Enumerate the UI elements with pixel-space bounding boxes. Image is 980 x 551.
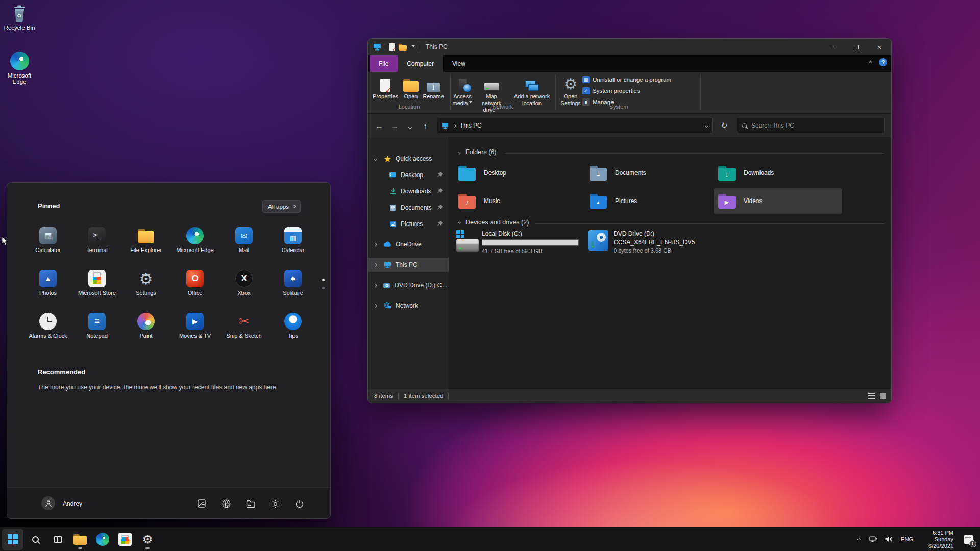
system-properties-icon: ✓ [582,87,590,94]
desktop-icon-edge[interactable]: Microsoft Edge [0,51,39,85]
large-icons-view-button[interactable] [880,393,886,399]
app-tile-settings[interactable]: ⚙Settings [121,265,170,308]
clock[interactable]: 6:31 PM Sunday 6/20/2021 [918,530,957,549]
help-icon[interactable]: ? [879,58,887,66]
network-shortcut-icon[interactable] [219,496,233,511]
taskbar-file-explorer[interactable] [69,529,91,550]
folder-tile-desktop[interactable]: Desktop [454,160,582,186]
app-tile-solitaire[interactable]: ♠Solitaire [268,265,317,308]
user-profile-button[interactable]: Andrey [41,496,82,510]
collapse-ribbon-icon[interactable] [869,60,872,64]
expand-icon[interactable] [374,157,377,160]
sidebar-item-this-pc[interactable]: This PC [368,258,449,272]
breadcrumb[interactable]: This PC [460,122,482,129]
app-tile-terminal[interactable]: >_Terminal [72,222,121,265]
tab-view[interactable]: View [443,55,475,72]
folder-tile-pictures[interactable]: ▲ Pictures [585,188,713,214]
up-button[interactable]: ↑ [418,121,433,130]
ribbon-open-settings-button[interactable]: ⚙ Open Settings [557,76,584,107]
expand-icon[interactable] [374,304,377,307]
folder-tile-videos-selected[interactable]: ▶ Videos [714,188,842,214]
app-tile-tips[interactable]: Tips [268,308,317,351]
app-tile-file-explorer[interactable]: File Explorer [121,222,170,265]
app-tile-office[interactable]: OOffice [170,265,219,308]
folder-tile-downloads[interactable]: ↓ Downloads [714,160,842,186]
settings-gear-icon[interactable] [268,496,282,511]
all-apps-button[interactable]: All apps [262,200,301,213]
app-tile-photos[interactable]: ▲Photos [23,265,72,308]
app-tile-alarms-clock[interactable]: Alarms & Clock [23,308,72,351]
ribbon-rename-button[interactable]: I Rename [421,76,446,100]
expand-icon[interactable] [374,283,377,287]
pictures-shortcut-icon[interactable] [194,496,209,511]
tab-file[interactable]: File [370,55,398,72]
app-tile-movies-tv[interactable]: ▶Movies & TV [170,308,219,351]
app-tile-edge[interactable]: Microsoft Edge [170,222,219,265]
sidebar-item-onedrive[interactable]: OneDrive [368,237,449,252]
drive-tile-local-disk[interactable]: Local Disk (C:) 41.7 GB free of 59.3 GB [455,230,588,254]
expand-icon[interactable] [374,263,377,266]
taskbar-store[interactable] [114,529,136,550]
grid-pagination-dots[interactable] [322,279,325,289]
expand-icon[interactable] [374,242,377,246]
folders-section-header[interactable]: Folders (6) [458,148,496,156]
folder-tile-music[interactable]: ♪ Music [454,188,582,214]
language-indicator[interactable]: ENG [896,536,918,542]
sidebar-item-downloads[interactable]: Downloads [368,184,449,198]
properties-quick-icon[interactable] [389,43,395,51]
refresh-button[interactable]: ↻ [717,118,732,133]
close-button[interactable]: × [868,39,891,55]
sidebar-item-desktop[interactable]: Desktop [368,168,449,182]
recent-locations-icon[interactable] [402,121,418,130]
ribbon-uninstall-button[interactable]: ▦ Uninstall or change a program [582,74,697,85]
qat-dropdown-icon[interactable] [412,45,415,49]
collapse-section-icon[interactable] [458,220,461,224]
folder-tile-documents[interactable]: ≡ Documents [585,160,713,186]
tab-computer[interactable]: Computer [398,55,443,72]
sidebar-item-documents[interactable]: Documents [368,201,449,215]
ribbon-properties-button[interactable]: Properties [372,76,399,100]
taskbar-edge[interactable] [92,529,113,550]
search-box[interactable]: Search This PC [737,118,885,133]
maximize-button[interactable] [844,39,868,55]
drive-tile-dvd[interactable]: DVD Drive (D:) CCSA_X64FRE_EN-US_DV5 0 b… [588,230,721,254]
notification-center-button[interactable]: 1 [957,535,980,544]
task-view-button[interactable] [47,529,68,550]
back-button[interactable]: ← [372,121,387,130]
app-tile-mail[interactable]: ✉Mail [219,222,268,265]
power-icon[interactable] [292,496,307,511]
app-tile-calculator[interactable]: ▦Calculator [23,222,72,265]
forward-button[interactable]: → [387,121,402,130]
ribbon-access-media-button[interactable]: Access media [449,76,476,107]
address-bar[interactable]: This PC [437,118,713,133]
title-bar[interactable]: This PC × [368,39,891,55]
app-tile-store[interactable]: Microsoft Store [72,265,121,308]
sidebar-item-quick-access[interactable]: Quick access [368,152,449,166]
taskbar-settings[interactable]: ⚙ [137,529,158,550]
start-button[interactable] [2,529,23,550]
ribbon-add-network-location-button[interactable]: Add a network location [512,76,551,107]
network-tray-icon[interactable] [866,536,881,543]
ribbon-open-button[interactable]: Open [399,76,423,100]
minimize-button[interactable] [821,39,844,55]
collapse-section-icon[interactable] [458,150,461,154]
sidebar-item-network[interactable]: Network [368,298,449,313]
sidebar-item-pictures[interactable]: Pictures [368,217,449,231]
app-tile-paint[interactable]: Paint [121,308,170,351]
folder-quick-icon[interactable] [399,44,407,51]
details-view-button[interactable] [868,393,875,399]
app-tile-notepad[interactable]: ≡Notepad [72,308,121,351]
documents-shortcut-icon[interactable] [243,496,258,511]
taskbar-search-button[interactable] [24,529,46,550]
app-tile-calendar[interactable]: ▦Calendar [268,222,317,265]
volume-tray-icon[interactable] [881,536,896,543]
address-dropdown-icon[interactable] [705,123,708,127]
tray-chevron-up[interactable] [852,538,866,541]
items-count: 8 items [374,393,393,399]
desktop-icon-recycle-bin[interactable]: ♻ Recycle Bin [0,3,39,31]
app-tile-snip-sketch[interactable]: ✂Snip & Sketch [219,308,268,351]
sidebar-item-dvd-drive[interactable]: DVD Drive (D:) CCSA [368,278,449,292]
app-tile-xbox[interactable]: XXbox [219,265,268,308]
ribbon-system-properties-button[interactable]: ✓ System properties [582,86,697,96]
devices-section-header[interactable]: Devices and drives (2) [458,219,529,226]
